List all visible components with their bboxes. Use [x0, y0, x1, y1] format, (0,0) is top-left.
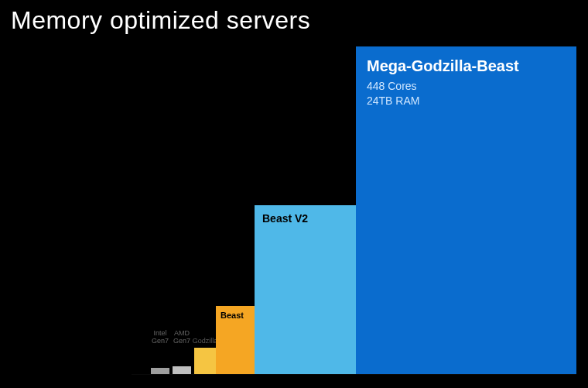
chart-stage: Memory optimized servers Intel Gen7 AMD … [0, 0, 588, 388]
mgb-cores: 448 Cores [367, 80, 417, 92]
bar-label-amd-gen7: AMD Gen7 [169, 330, 195, 345]
bar-intel-gen7 [151, 368, 169, 374]
bar-mega-godzilla-beast: Mega-Godzilla-Beast 448 Cores 24TB RAM [356, 46, 576, 374]
bar-label-godzilla: Godzilla [192, 338, 218, 345]
bar-label-mgb: Mega-Godzilla-Beast [367, 57, 566, 74]
chart-baseline [132, 374, 576, 375]
label-text: Gen7 [152, 337, 169, 345]
label-text: Gen7 [173, 337, 190, 345]
label-text: Godzilla [193, 337, 218, 345]
bar-beast-v2: Beast V2 [255, 205, 356, 374]
bar-amd-gen7 [173, 366, 191, 374]
bar-label-beast-v2: Beast V2 [262, 213, 348, 225]
bar-beast: Beast [216, 306, 255, 374]
page-title: Memory optimized servers [11, 6, 310, 35]
bar-sub-mgb: 448 Cores 24TB RAM [367, 79, 566, 108]
mgb-ram: 24TB RAM [367, 94, 419, 107]
bar-label-beast: Beast [220, 311, 250, 320]
bar-godzilla [194, 348, 216, 374]
